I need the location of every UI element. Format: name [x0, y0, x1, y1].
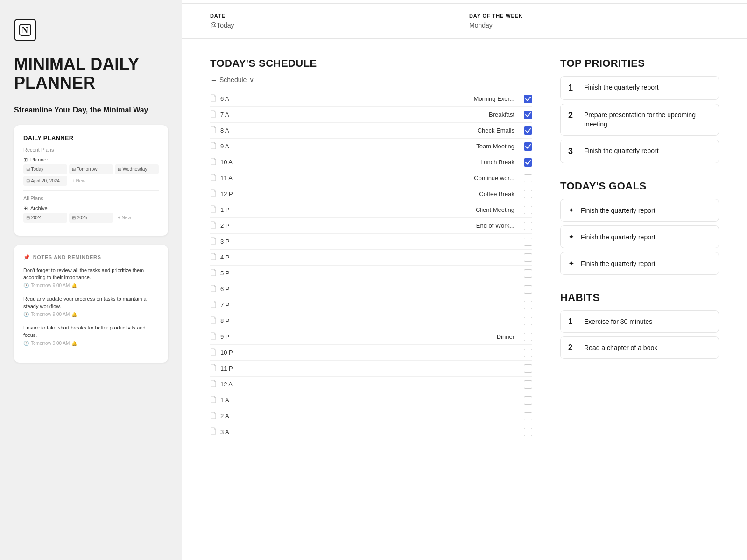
app-subtitle: Streamline Your Day, the Minimal Way — [14, 105, 168, 115]
habit-num: 2 — [568, 343, 578, 352]
clock-icon-3: 🕐 — [23, 341, 29, 346]
grid-item-today[interactable]: ⊞ Today — [23, 164, 67, 174]
date-field: DATE @Today — [210, 13, 460, 29]
planner-item[interactable]: ⊞ Planner — [23, 155, 159, 164]
page-icon — [210, 332, 217, 341]
all-new[interactable]: + New — [115, 213, 159, 223]
habits-title: HABITS — [560, 292, 719, 304]
schedule-row: 10 P — [210, 345, 532, 361]
year-2025[interactable]: ⊞ 2025 — [69, 213, 113, 223]
schedule-checkbox[interactable] — [524, 333, 532, 341]
habits-list: 1 Exercise for 30 minutes 2 Read a chapt… — [560, 310, 719, 359]
recent-plans-label: Recent Plans — [23, 147, 159, 153]
pin-icon: 📌 — [23, 254, 30, 260]
top-priorities-section: TOP PRIORITIES 1 Finish the quarterly re… — [560, 57, 719, 163]
all-plans-label: All Plans — [23, 196, 159, 201]
schedule-row: 1 PClient Meeting — [210, 202, 532, 218]
schedule-time: 3 P — [220, 238, 244, 245]
schedule-event[interactable]: Breakfast — [247, 111, 520, 118]
grid-item-wednesday[interactable]: ⊞ Wednesday — [115, 164, 159, 174]
schedule-checkbox[interactable] — [524, 190, 532, 198]
top-bar — [182, 0, 747, 4]
notes-header: 📌 NOTES AND REMINDERS — [23, 254, 159, 260]
schedule-checkbox[interactable] — [524, 111, 532, 119]
schedule-row: 8 ACheck Emails — [210, 123, 532, 139]
note-3: Ensure to take short breaks for better p… — [23, 324, 159, 346]
schedule-checkbox[interactable] — [524, 206, 532, 214]
schedule-time: 10 A — [220, 159, 244, 166]
date-value[interactable]: @Today — [210, 21, 460, 29]
right-column: TOP PRIORITIES 1 Finish the quarterly re… — [560, 57, 719, 541]
schedule-event[interactable]: Lunch Break — [247, 159, 520, 166]
schedule-checkbox[interactable] — [524, 412, 532, 420]
goal-card[interactable]: ✦ Finish the quarterly report — [560, 225, 719, 248]
schedule-event[interactable]: Team Meeting — [247, 143, 520, 150]
schedule-checkbox[interactable] — [524, 222, 532, 230]
grid-item-tomorrow[interactable]: ⊞ Tomorrow — [69, 164, 113, 174]
habit-text: Exercise for 30 minutes — [584, 318, 652, 325]
reminder-icon-2: 🔔 — [71, 312, 77, 317]
goal-card[interactable]: ✦ Finish the quarterly report — [560, 252, 719, 275]
grid-item-date[interactable]: ⊞ April 20, 2024 — [23, 176, 67, 186]
schedule-table: 6 AMorning Exer...7 ABreakfast8 ACheck E… — [210, 91, 532, 440]
schedule-checkbox[interactable] — [524, 380, 532, 389]
schedule-checkbox[interactable] — [524, 269, 532, 278]
priority-num: 2 — [568, 111, 578, 120]
all-plans-grid: ⊞ 2024 ⊞ 2025 + New — [23, 213, 159, 223]
grid-new[interactable]: + New — [69, 176, 113, 186]
schedule-checkbox[interactable] — [524, 126, 532, 135]
schedule-event[interactable]: End of Work... — [247, 222, 520, 229]
priority-card[interactable]: 1 Finish the quarterly report — [560, 76, 719, 100]
schedule-time: 11 A — [220, 175, 244, 182]
schedule-row: 2 A — [210, 408, 532, 424]
priority-card[interactable]: 2 Prepare presentation for the upcoming … — [560, 104, 719, 136]
schedule-row: 5 P — [210, 266, 532, 281]
note-1: Don't forget to review all the tasks and… — [23, 267, 159, 288]
habit-card[interactable]: 1 Exercise for 30 minutes — [560, 310, 719, 333]
schedule-checkbox[interactable] — [524, 317, 532, 325]
schedule-checkbox[interactable] — [524, 396, 532, 405]
goal-card[interactable]: ✦ Finish the quarterly report — [560, 199, 719, 222]
schedule-checkbox[interactable] — [524, 238, 532, 246]
schedule-checkbox[interactable] — [524, 364, 532, 373]
schedule-event[interactable]: Morning Exer... — [247, 95, 520, 102]
day-value[interactable]: Monday — [469, 21, 719, 29]
schedule-row: 9 PDinner — [210, 329, 532, 345]
note-1-meta: 🕐 Tomorrow 9:00 AM 🔔 — [23, 283, 159, 288]
schedule-row: 10 ALunch Break — [210, 154, 532, 170]
page-icon — [210, 253, 217, 262]
schedule-event[interactable]: Check Emails — [247, 127, 520, 134]
filter-label: Schedule — [219, 76, 247, 84]
schedule-event[interactable]: Continue wor... — [247, 175, 520, 182]
page-icon — [210, 412, 217, 420]
page-icon — [210, 126, 217, 135]
reminder-icon-1: 🔔 — [71, 283, 77, 288]
schedule-filter[interactable]: ≔ Schedule ∨ — [210, 76, 532, 84]
schedule-checkbox[interactable] — [524, 174, 532, 182]
schedule-event[interactable]: Coffee Break — [247, 190, 520, 197]
habit-card[interactable]: 2 Read a chapter of a book — [560, 336, 719, 359]
year-2024[interactable]: ⊞ 2024 — [23, 213, 67, 223]
schedule-checkbox[interactable] — [524, 349, 532, 357]
priority-text: Finish the quarterly report — [584, 147, 659, 156]
schedule-time: 3 A — [220, 428, 244, 435]
schedule-time: 5 P — [220, 270, 244, 277]
schedule-checkbox[interactable] — [524, 301, 532, 309]
note-2-meta: 🕐 Tomorrow 9:00 AM 🔔 — [23, 312, 159, 317]
goals-title: TODAY'S GOALS — [560, 180, 719, 192]
schedule-row: 4 P — [210, 250, 532, 266]
schedule-checkbox[interactable] — [524, 253, 532, 262]
page-icon — [210, 269, 217, 278]
schedule-event[interactable]: Dinner — [247, 333, 520, 340]
schedule-event[interactable]: Client Meeting — [247, 206, 520, 213]
notes-card: 📌 NOTES AND REMINDERS Don't forget to re… — [14, 245, 168, 363]
page-icon — [210, 142, 217, 151]
schedule-time: 2 A — [220, 413, 244, 420]
schedule-checkbox[interactable] — [524, 285, 532, 294]
schedule-checkbox[interactable] — [524, 95, 532, 103]
schedule-checkbox[interactable] — [524, 158, 532, 167]
schedule-checkbox[interactable] — [524, 142, 532, 151]
archive-item[interactable]: ⊞ Archive — [23, 204, 159, 213]
schedule-checkbox[interactable] — [524, 428, 532, 436]
priority-card[interactable]: 3 Finish the quarterly report — [560, 140, 719, 163]
